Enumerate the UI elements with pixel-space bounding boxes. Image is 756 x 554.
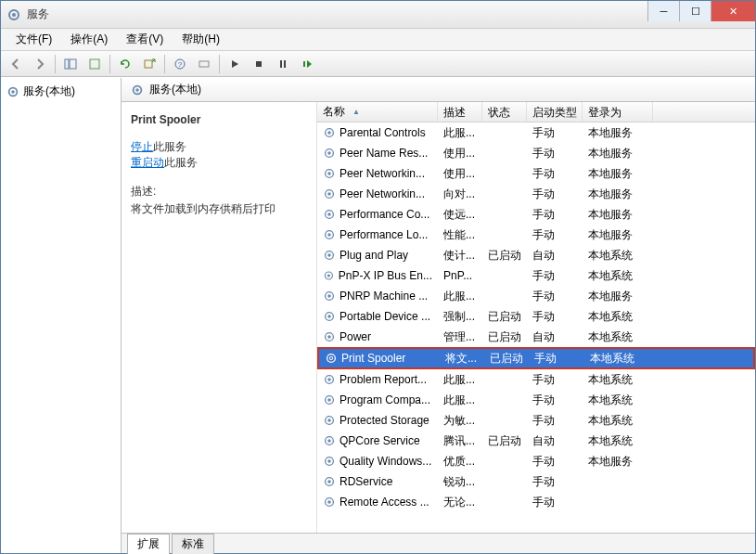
svg-rect-8 bbox=[199, 61, 209, 67]
cell-status bbox=[482, 397, 527, 403]
gear-icon bbox=[323, 310, 336, 323]
table-row[interactable]: Problem Report...此服...手动本地系统 bbox=[317, 369, 755, 390]
cell-startup: 手动 bbox=[527, 163, 583, 185]
titlebar[interactable]: 服务 ─ ☐ ✕ bbox=[1, 1, 755, 29]
col-header-startup[interactable]: 启动类型 bbox=[527, 102, 583, 122]
tree-pane: 服务(本地) bbox=[1, 78, 122, 553]
tree-root-item[interactable]: 服务(本地) bbox=[5, 82, 117, 101]
cell-startup: 手动 bbox=[527, 265, 583, 287]
back-button[interactable] bbox=[5, 54, 27, 74]
table-row[interactable]: PNRP Machine ...此服...手动本地服务 bbox=[317, 286, 755, 306]
cell-desc: 优质... bbox=[438, 451, 482, 472]
svg-point-18 bbox=[327, 131, 331, 135]
minimize-button[interactable]: ─ bbox=[647, 1, 679, 21]
list-body[interactable]: Parental Controls此服...手动本地服务Peer Name Re… bbox=[317, 122, 755, 533]
cell-status bbox=[482, 499, 527, 505]
separator bbox=[109, 55, 110, 73]
col-header-logon[interactable]: 登录为 bbox=[583, 102, 653, 122]
right-body: Print Spooler 停止此服务 重启动此服务 描述: 将文件加载到内存供… bbox=[122, 102, 755, 533]
help-button[interactable]: ? bbox=[169, 54, 191, 74]
cell-logon: 本地服务 bbox=[583, 184, 653, 205]
cell-desc: 锐动... bbox=[438, 471, 482, 493]
svg-point-48 bbox=[327, 439, 331, 443]
table-row[interactable]: Program Compa...此服...手动本地系统 bbox=[317, 390, 755, 410]
table-row[interactable]: Plug and Play使计...已启动自动本地系统 bbox=[317, 245, 755, 265]
table-row[interactable]: QPCore Service腾讯...已启动自动本地系统 bbox=[317, 431, 755, 451]
cell-logon: 本地服务 bbox=[583, 225, 653, 246]
col-header-status[interactable]: 状态 bbox=[482, 102, 527, 122]
cell-name: PnP-X IP Bus En... bbox=[317, 266, 438, 285]
cell-startup: 手动 bbox=[527, 471, 583, 493]
table-row[interactable]: Peer Name Res...使用...手动本地服务 bbox=[317, 143, 755, 163]
pause-service-button[interactable] bbox=[272, 54, 294, 74]
export-button[interactable] bbox=[138, 54, 160, 74]
cell-name: Remote Access ... bbox=[317, 493, 438, 511]
cell-name: Peer Networkin... bbox=[317, 185, 438, 203]
cell-name: QPCore Service bbox=[317, 432, 438, 450]
table-row[interactable]: Peer Networkin...向对...手动本地服务 bbox=[317, 184, 755, 204]
col-header-name[interactable]: 名称▲ bbox=[317, 102, 438, 122]
col-header-desc[interactable]: 描述 bbox=[438, 102, 482, 122]
svg-rect-12 bbox=[303, 61, 305, 67]
table-row[interactable]: Power管理...已启动自动本地系统 bbox=[317, 327, 755, 347]
restart-link[interactable]: 重启动 bbox=[131, 156, 164, 169]
stop-link[interactable]: 停止 bbox=[131, 140, 153, 153]
svg-point-54 bbox=[327, 500, 331, 504]
cell-name: Protected Storage bbox=[317, 411, 438, 430]
table-row[interactable]: Remote Access ...无论...手动 bbox=[317, 492, 755, 512]
cell-logon: 本地服务 bbox=[583, 163, 653, 185]
cell-startup: 手动 bbox=[527, 451, 583, 472]
cell-startup: 手动 bbox=[527, 410, 583, 432]
maximize-button[interactable]: ☐ bbox=[679, 1, 711, 21]
table-row[interactable]: Performance Lo...性能...手动本地服务 bbox=[317, 225, 755, 245]
cell-name: PNRP Machine ... bbox=[317, 287, 438, 305]
close-button[interactable]: ✕ bbox=[711, 1, 755, 21]
gear-icon bbox=[323, 208, 336, 221]
cell-desc: 腾讯... bbox=[438, 431, 482, 452]
restart-service-button[interactable] bbox=[296, 54, 318, 74]
table-row[interactable]: Print Spooler将文...已启动手动本地系统 bbox=[317, 347, 755, 369]
stop-service-button[interactable] bbox=[248, 54, 270, 74]
menu-action[interactable]: 操作(A) bbox=[61, 30, 117, 49]
cell-startup: 自动 bbox=[527, 431, 583, 452]
svg-rect-9 bbox=[256, 61, 262, 67]
tab-standard[interactable]: 标准 bbox=[172, 534, 214, 554]
cell-startup: 手动 bbox=[527, 143, 583, 164]
table-row[interactable]: Quality Windows...优质...手动本地服务 bbox=[317, 451, 755, 471]
cell-logon: 本地服务 bbox=[583, 451, 653, 472]
cell-desc: 此服... bbox=[438, 390, 482, 411]
cell-status bbox=[482, 171, 527, 176]
svg-point-16 bbox=[135, 88, 139, 92]
cell-name: Parental Controls bbox=[317, 123, 438, 142]
tree-root-label: 服务(本地) bbox=[23, 84, 75, 99]
forward-button[interactable] bbox=[29, 54, 51, 74]
cell-startup: 手动 bbox=[527, 184, 583, 205]
cell-startup: 手动 bbox=[527, 306, 583, 328]
gear-icon bbox=[323, 167, 336, 180]
svg-point-22 bbox=[327, 172, 331, 175]
refresh-button[interactable] bbox=[114, 54, 136, 74]
menu-help[interactable]: 帮助(H) bbox=[173, 30, 229, 49]
table-row[interactable]: PnP-X IP Bus En...PnP...手动本地系统 bbox=[317, 265, 755, 286]
table-row[interactable]: Portable Device ...强制...已启动手动本地系统 bbox=[317, 306, 755, 327]
show-hide-tree-button[interactable] bbox=[59, 54, 82, 74]
toolbar-button[interactable] bbox=[193, 54, 215, 74]
menu-file[interactable]: 文件(F) bbox=[6, 30, 61, 49]
menu-view[interactable]: 查看(V) bbox=[117, 30, 173, 49]
table-row[interactable]: Parental Controls此服...手动本地服务 bbox=[317, 122, 755, 143]
svg-point-50 bbox=[327, 459, 331, 463]
table-row[interactable]: Performance Co...使远...手动本地服务 bbox=[317, 204, 755, 225]
svg-point-26 bbox=[327, 213, 331, 216]
cell-logon: 本地系统 bbox=[584, 348, 655, 369]
services-window: 服务 ─ ☐ ✕ 文件(F) 操作(A) 查看(V) 帮助(H) ? bbox=[0, 0, 756, 554]
right-pane: 服务(本地) Print Spooler 停止此服务 重启动此服务 描述: 将文… bbox=[122, 78, 755, 553]
table-row[interactable]: Protected Storage为敏...手动本地系统 bbox=[317, 410, 755, 431]
table-row[interactable]: Peer Networkin...使用...手动本地服务 bbox=[317, 163, 755, 184]
table-row[interactable]: RDService锐动...手动 bbox=[317, 471, 755, 492]
cell-startup: 手动 bbox=[527, 369, 583, 391]
start-service-button[interactable] bbox=[224, 54, 246, 74]
properties-button[interactable] bbox=[83, 54, 106, 74]
svg-point-40 bbox=[329, 356, 333, 360]
svg-rect-4 bbox=[90, 59, 99, 69]
tab-extended[interactable]: 扩展 bbox=[127, 534, 170, 554]
